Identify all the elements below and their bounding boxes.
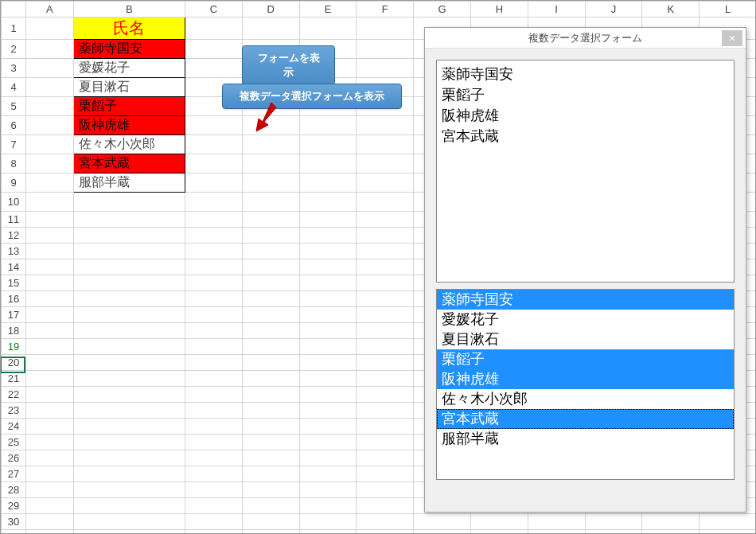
cell[interactable]	[299, 482, 357, 498]
cell[interactable]	[185, 228, 242, 244]
cell[interactable]	[185, 307, 242, 323]
cell[interactable]	[242, 514, 299, 530]
cell[interactable]	[299, 498, 357, 514]
row-header[interactable]: 8	[2, 154, 26, 173]
cell[interactable]	[357, 259, 414, 275]
cell[interactable]	[26, 403, 73, 419]
cell[interactable]	[357, 403, 414, 419]
cell[interactable]	[242, 275, 299, 291]
cell[interactable]	[185, 135, 242, 154]
cell[interactable]	[73, 307, 185, 323]
cell[interactable]	[642, 514, 699, 530]
row-header[interactable]: 28	[2, 482, 26, 498]
row-header[interactable]: 3	[2, 59, 26, 78]
cell[interactable]	[242, 212, 299, 228]
cell[interactable]	[299, 212, 357, 228]
list-item[interactable]: 佐々木小次郎	[437, 389, 734, 409]
row-header[interactable]: 6	[2, 116, 26, 135]
cell[interactable]	[357, 435, 414, 450]
cell[interactable]	[357, 18, 414, 40]
cell[interactable]	[299, 244, 357, 259]
cell[interactable]	[26, 40, 73, 59]
row-header[interactable]: 5	[2, 97, 26, 116]
cell[interactable]	[699, 530, 756, 535]
row-header[interactable]: 10	[2, 193, 26, 212]
cell[interactable]	[73, 355, 185, 371]
row-header[interactable]: 29	[2, 498, 26, 514]
row-header[interactable]: 22	[2, 387, 26, 403]
row-header[interactable]: 30	[2, 514, 26, 530]
name-table-cell[interactable]: 愛媛花子	[73, 59, 185, 78]
cell[interactable]	[357, 482, 414, 498]
cell[interactable]	[26, 371, 73, 387]
cell[interactable]	[73, 387, 185, 403]
cell[interactable]	[26, 339, 73, 355]
cell[interactable]	[185, 387, 242, 403]
cell[interactable]	[26, 323, 73, 339]
row-header[interactable]: 18	[2, 323, 26, 339]
row-header[interactable]: 23	[2, 403, 26, 419]
cell[interactable]	[26, 259, 73, 275]
column-header[interactable]: D	[242, 2, 299, 18]
list-item[interactable]: 愛媛花子	[437, 310, 734, 329]
cell[interactable]	[73, 291, 185, 307]
cell[interactable]	[26, 530, 73, 535]
cell[interactable]	[185, 466, 242, 482]
cell[interactable]	[299, 154, 357, 173]
cell[interactable]	[26, 450, 73, 466]
cell[interactable]	[73, 435, 185, 450]
cell[interactable]	[185, 419, 242, 435]
cell[interactable]	[26, 482, 73, 498]
cell[interactable]	[73, 193, 185, 212]
cell[interactable]	[73, 275, 185, 291]
row-header[interactable]: 12	[2, 228, 26, 244]
cell[interactable]	[185, 212, 242, 228]
column-header[interactable]: J	[585, 2, 642, 18]
cell[interactable]	[299, 275, 357, 291]
cell[interactable]	[299, 259, 357, 275]
cell[interactable]	[470, 514, 528, 530]
cell[interactable]	[185, 323, 242, 339]
cell[interactable]	[299, 530, 357, 535]
cell[interactable]	[242, 450, 299, 466]
cell[interactable]	[299, 116, 357, 135]
cell[interactable]	[585, 530, 642, 535]
select-all-corner[interactable]	[2, 2, 26, 18]
cell[interactable]	[357, 307, 414, 323]
cell[interactable]	[299, 135, 357, 154]
cell[interactable]	[26, 498, 73, 514]
cell[interactable]	[357, 355, 414, 371]
cell[interactable]	[242, 259, 299, 275]
cell[interactable]	[242, 228, 299, 244]
cell[interactable]	[185, 291, 242, 307]
cell[interactable]	[699, 514, 756, 530]
cell[interactable]	[242, 154, 299, 173]
column-header[interactable]: G	[414, 2, 471, 18]
cell[interactable]	[185, 193, 242, 212]
name-table-cell[interactable]: 宮本武蔵	[73, 154, 185, 173]
row-header[interactable]: 15	[2, 275, 26, 291]
row-header[interactable]: 17	[2, 307, 26, 323]
cell[interactable]	[242, 466, 299, 482]
cell[interactable]	[299, 193, 357, 212]
row-header[interactable]: 21	[2, 371, 26, 387]
cell[interactable]	[185, 244, 242, 259]
cell[interactable]	[357, 371, 414, 387]
cell[interactable]	[357, 116, 414, 135]
cell[interactable]	[185, 173, 242, 193]
row-header[interactable]: 13	[2, 244, 26, 259]
row-header[interactable]: 26	[2, 450, 26, 466]
cell[interactable]	[299, 450, 357, 466]
list-item[interactable]: 夏目漱石	[437, 329, 734, 349]
cell[interactable]	[299, 291, 357, 307]
name-table-cell[interactable]: 佐々木小次郎	[73, 135, 185, 154]
dialog-titlebar[interactable]: 複数データ選択フォーム ×	[425, 28, 746, 49]
name-listbox[interactable]: 薬師寺国安愛媛花子夏目漱石栗饀子阪神虎雄佐々木小次郎宮本武蔵服部半蔵	[436, 289, 735, 480]
cell[interactable]	[26, 387, 73, 403]
cell[interactable]	[357, 275, 414, 291]
cell[interactable]	[299, 173, 357, 193]
cell[interactable]	[242, 291, 299, 307]
cell[interactable]	[26, 514, 73, 530]
cell[interactable]	[528, 514, 585, 530]
cell[interactable]	[242, 387, 299, 403]
